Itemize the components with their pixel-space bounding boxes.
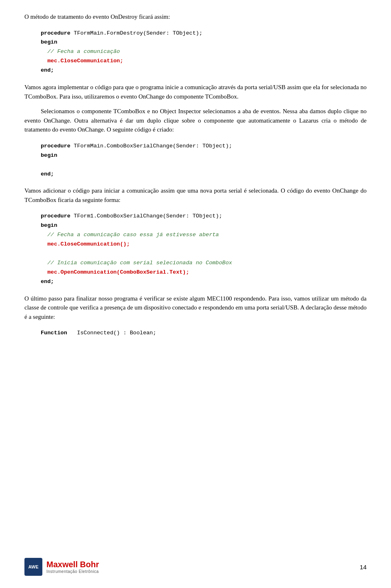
paragraph-1: Vamos agora implementar o código para qu… bbox=[24, 83, 367, 101]
intro-paragraph: O método de tratamento do evento OnDestr… bbox=[24, 12, 367, 22]
keyword-begin: begin bbox=[41, 39, 57, 45]
code-line: // Fecha a comunicação caso essa já esti… bbox=[41, 230, 367, 240]
paragraph-4: O último passo para finalizar nosso prog… bbox=[24, 294, 367, 322]
logo-name: Maxwell Bohr bbox=[46, 560, 99, 569]
code-block-4: Function IsConnected() : Boolean; bbox=[41, 329, 367, 338]
keyword-begin-2: begin bbox=[41, 152, 57, 158]
code-line: begin bbox=[41, 151, 367, 160]
code-line: // Fecha a comunicação bbox=[41, 47, 367, 57]
code-line: // Inicia comunicação com serial selecio… bbox=[41, 259, 367, 268]
code-text: TFormMain.FormDestroy(Sender: TObject); bbox=[74, 30, 202, 36]
page-number: 14 bbox=[360, 564, 367, 570]
code-line: begin bbox=[41, 38, 367, 47]
code-method-3: mec.OpenCommunication(ComboBoxSerial.Tex… bbox=[47, 269, 189, 275]
logo-text: Maxwell Bohr Instrumentação Eletrônica bbox=[46, 560, 99, 574]
keyword-end-3: end; bbox=[41, 279, 54, 285]
code-line: begin bbox=[41, 221, 367, 230]
code-block-1: procedure TFormMain.FormDestroy(Sender: … bbox=[41, 29, 367, 76]
footer-logo: AWE Maxwell Bohr Instrumentação Eletrôni… bbox=[24, 558, 99, 576]
code-method-2: mec.CloseCommunication(); bbox=[47, 241, 130, 247]
code-line: mec.CloseCommunication(); bbox=[41, 240, 367, 249]
code-line: mec.OpenCommunication(ComboBoxSerial.Tex… bbox=[41, 268, 367, 277]
paragraph-3: Vamos adicionar o código para iniciar a … bbox=[24, 186, 367, 204]
code-line: procedure TFormMain.FormDestroy(Sender: … bbox=[41, 29, 367, 38]
page-footer: AWE Maxwell Bohr Instrumentação Eletrôni… bbox=[0, 558, 391, 576]
code-line: end; bbox=[41, 66, 367, 75]
logo-name-part1: Maxwell bbox=[46, 560, 78, 569]
code-block-2: procedure TFormMain.ComboBoxSerialChange… bbox=[41, 142, 367, 179]
keyword-procedure-3: procedure bbox=[41, 213, 70, 219]
code-line: procedure TForm1.ComboBoxSerialChange(Se… bbox=[41, 212, 367, 221]
keyword-begin-3: begin bbox=[41, 222, 57, 228]
code-comment-2: // Fecha a comunicação caso essa já esti… bbox=[47, 232, 219, 238]
page-container: O método de tratamento do evento OnDestr… bbox=[0, 0, 391, 588]
code-text: TFormMain.ComboBoxSerialChange(Sender: T… bbox=[74, 143, 232, 149]
code-line bbox=[41, 249, 367, 259]
logo-sub: Instrumentação Eletrônica bbox=[46, 569, 99, 574]
code-line bbox=[41, 160, 367, 170]
code-method-1: mec.CloseCommunication; bbox=[47, 58, 123, 64]
logo-badge: AWE bbox=[24, 558, 42, 576]
keyword-end-1: end; bbox=[41, 67, 54, 73]
code-line: procedure TFormMain.ComboBoxSerialChange… bbox=[41, 142, 367, 151]
keyword-end-2: end; bbox=[41, 171, 54, 177]
logo-name-part2: Bohr bbox=[78, 560, 99, 569]
code-comment-3: // Inicia comunicação com serial selecio… bbox=[47, 260, 232, 266]
code-block-3: procedure TForm1.ComboBoxSerialChange(Se… bbox=[41, 212, 367, 287]
keyword-function: Function bbox=[41, 330, 67, 336]
keyword-procedure: procedure bbox=[41, 30, 70, 36]
code-line: end; bbox=[41, 170, 367, 179]
paragraph-2: Selecionamos o componente TComboBox e no… bbox=[24, 107, 367, 134]
code-line: mec.CloseCommunication; bbox=[41, 57, 367, 66]
keyword-procedure-2: procedure bbox=[41, 143, 70, 149]
code-line: Function IsConnected() : Boolean; bbox=[41, 329, 367, 338]
code-comment-1: // Fecha a comunicação bbox=[47, 48, 120, 55]
code-line: end; bbox=[41, 277, 367, 287]
code-text: IsConnected() : Boolean; bbox=[70, 330, 156, 336]
code-text: TForm1.ComboBoxSerialChange(Sender: TObj… bbox=[74, 213, 222, 219]
